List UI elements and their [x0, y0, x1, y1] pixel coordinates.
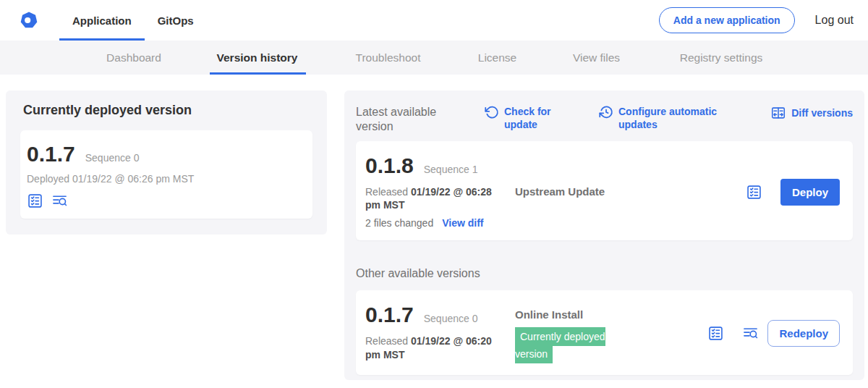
configure-automatic-updates-label: Configure automatic updates: [618, 105, 723, 131]
other-released-timestamp: Released 01/19/22 @ 06:20 pm MST: [365, 334, 499, 360]
current-sequence-label: Sequence 0: [85, 152, 140, 164]
check-for-update-label: Check for update: [504, 105, 564, 131]
latest-source-label: Upstream Update: [515, 185, 605, 198]
other-version-number: 0.1.7: [365, 304, 414, 326]
files-changed-label: 2 files changed: [365, 217, 433, 229]
diff-versions-icon: [770, 105, 786, 121]
configure-automatic-updates-button[interactable]: Configure automatic updates: [599, 105, 723, 131]
refresh-icon: [485, 105, 499, 119]
current-version-card: 0.1.7 Sequence 0 Deployed 01/19/22 @ 06:…: [20, 130, 312, 219]
version-row-latest: 0.1.8 Sequence 1 Released 01/19/22 @ 06:…: [356, 141, 853, 240]
available-versions-panel: Latest available version Check for updat…: [344, 90, 864, 380]
currently-deployed-badge: Currently deployed version: [515, 327, 605, 363]
app-logo-icon[interactable]: [20, 12, 38, 29]
main-content: Currently deployed version 0.1.7 Sequenc…: [0, 75, 868, 380]
other-source-label: Online Install: [515, 308, 583, 321]
current-version-number: 0.1.7: [27, 143, 75, 165]
top-tabs: Application GitOps: [59, 0, 207, 41]
diff-versions-label: Diff versions: [791, 106, 853, 119]
subnav-version-history[interactable]: Version history: [188, 41, 326, 75]
subnav-troubleshoot[interactable]: Troubleshoot: [326, 41, 450, 75]
app-subnav: Dashboard Version history Troubleshoot L…: [0, 41, 868, 75]
other-versions-title: Other available versions: [356, 267, 853, 280]
tab-gitops-label: GitOps: [158, 14, 194, 27]
version-row-other: 0.1.7 Sequence 0 Released 01/19/22 @ 06:…: [356, 290, 853, 375]
latest-sequence-label: Sequence 1: [424, 164, 478, 175]
add-application-button[interactable]: Add a new application: [659, 7, 795, 33]
currently-deployed-title: Currently deployed version: [23, 103, 312, 118]
current-deployed-timestamp: Deployed 01/19/22 @ 06:26 pm MST: [27, 174, 302, 185]
tab-application[interactable]: Application: [59, 0, 145, 41]
redeploy-button[interactable]: Redeploy: [767, 320, 840, 347]
view-diff-link[interactable]: View diff: [442, 217, 483, 229]
tab-gitops[interactable]: GitOps: [145, 0, 207, 41]
subnav-license[interactable]: License: [450, 41, 545, 75]
available-versions-header: Latest available version Check for updat…: [356, 105, 853, 134]
latest-version-number: 0.1.8: [365, 155, 414, 177]
topbar-right: Add a new application Log out: [659, 7, 854, 33]
preflight-checks-icon[interactable]: [746, 184, 762, 201]
auto-update-clock-icon: [599, 105, 613, 119]
tab-application-label: Application: [72, 14, 132, 27]
latest-available-title: Latest available version: [356, 105, 448, 134]
preflight-checks-icon[interactable]: [27, 193, 43, 209]
subnav-dashboard[interactable]: Dashboard: [80, 41, 188, 75]
subnav-view-files[interactable]: View files: [545, 41, 648, 75]
subnav-registry-settings[interactable]: Registry settings: [648, 41, 794, 75]
view-files-diff-icon[interactable]: [742, 325, 759, 342]
latest-released-timestamp: Released 01/19/22 @ 06:28 pm MST: [365, 185, 499, 211]
diff-versions-button[interactable]: Diff versions: [770, 105, 853, 121]
preflight-checks-icon[interactable]: [707, 325, 724, 342]
check-for-update-button[interactable]: Check for update: [485, 105, 564, 131]
view-files-diff-icon[interactable]: [51, 193, 68, 209]
deploy-button[interactable]: Deploy: [780, 179, 840, 206]
logout-button[interactable]: Log out: [815, 14, 854, 27]
top-navbar: Application GitOps Add a new application…: [0, 0, 868, 41]
currently-deployed-panel: Currently deployed version 0.1.7 Sequenc…: [6, 90, 327, 235]
other-sequence-label: Sequence 0: [424, 313, 478, 324]
